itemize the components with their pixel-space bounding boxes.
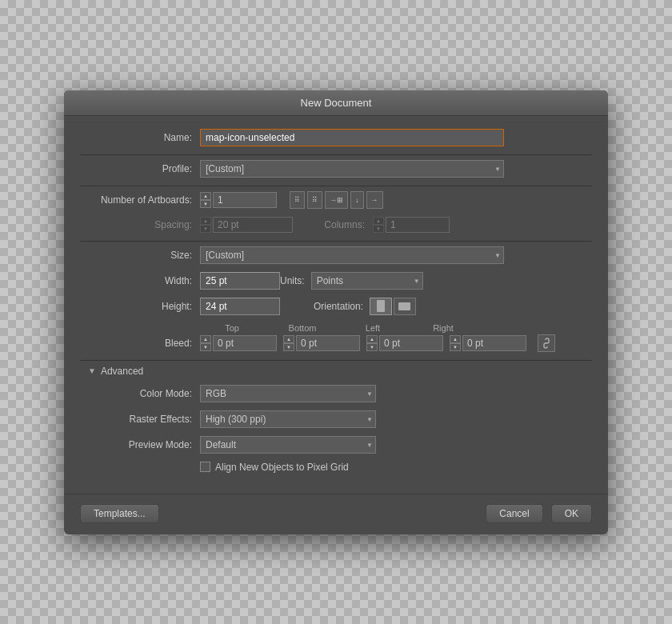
- bleed-bottom-header: Bottom: [270, 323, 334, 333]
- artboards-input[interactable]: [213, 192, 277, 208]
- bleed-link-icon[interactable]: [538, 334, 555, 352]
- footer-right-buttons: Cancel OK: [486, 504, 592, 523]
- orientation-icons: [370, 298, 416, 315]
- height-input[interactable]: [200, 298, 280, 315]
- bleed-right-spinner: ▲ ▼: [450, 335, 526, 351]
- new-document-dialog: New Document Name: Profile: [Custom] ▼ N…: [64, 90, 608, 534]
- bleed-top-header: Top: [200, 323, 264, 333]
- bleed-right-input[interactable]: [462, 335, 526, 351]
- artboards-increment-btn[interactable]: ▲: [200, 192, 211, 200]
- arrange-down-icon[interactable]: ↓: [350, 191, 364, 209]
- profile-label: Profile:: [80, 163, 200, 174]
- color-mode-row: Color Mode: RGB ▼: [80, 385, 592, 402]
- units-dropdown[interactable]: Points: [311, 272, 423, 290]
- divider-4: [80, 360, 592, 361]
- profile-row: Profile: [Custom] ▼: [80, 160, 592, 178]
- raster-effects-row: Raster Effects: High (300 ppi) ▼: [80, 410, 592, 428]
- bleed-bottom-increment-btn[interactable]: ▲: [283, 335, 294, 343]
- bleed-bottom-buttons: ▲ ▼: [283, 335, 294, 351]
- bleed-row: Bleed: ▲ ▼ ▲ ▼: [80, 334, 592, 352]
- bleed-right-increment-btn[interactable]: ▲: [450, 335, 461, 343]
- ok-button[interactable]: OK: [551, 504, 592, 523]
- bleed-bottom-decrement-btn[interactable]: ▼: [283, 343, 294, 351]
- bleed-right-decrement-btn[interactable]: ▼: [450, 343, 461, 351]
- columns-input[interactable]: [386, 217, 450, 233]
- width-label: Width:: [80, 275, 200, 286]
- preview-mode-dropdown[interactable]: Default: [200, 436, 376, 454]
- grid-by-row-icon[interactable]: ⠿: [290, 191, 305, 209]
- units-label: Units:: [280, 275, 305, 286]
- dialog-footer: Templates... Cancel OK: [64, 494, 608, 534]
- artboards-spinner: ▲ ▼: [200, 192, 277, 208]
- bleed-bottom-spinner: ▲ ▼: [283, 335, 360, 351]
- bleed-bottom-input[interactable]: [296, 335, 360, 351]
- divider-2: [80, 186, 592, 186]
- divider-1: [80, 154, 592, 155]
- bleed-fields: ▲ ▼ ▲ ▼ ▲ ▼: [200, 334, 555, 352]
- grid-by-col-icon[interactable]: ⠿: [307, 191, 322, 209]
- columns-spinner-buttons: ▲ ▼: [373, 217, 384, 233]
- bleed-left-header: Left: [341, 323, 405, 333]
- color-mode-label: Color Mode:: [80, 388, 200, 399]
- spacing-input[interactable]: [213, 217, 293, 233]
- arrange-by-row-icon[interactable]: →⊞: [325, 191, 348, 209]
- preview-mode-row: Preview Mode: Default ▼: [80, 436, 592, 454]
- artboards-decrement-btn[interactable]: ▼: [200, 200, 211, 208]
- bleed-right-buttons: ▲ ▼: [450, 335, 461, 351]
- size-dropdown[interactable]: [Custom]: [200, 246, 504, 264]
- orientation-label: Orientation:: [314, 301, 363, 312]
- columns-label: Columns:: [293, 219, 373, 230]
- divider-3: [80, 241, 592, 242]
- color-mode-dropdown[interactable]: RGB: [200, 385, 376, 402]
- spacing-label: Spacing:: [80, 219, 200, 230]
- pixel-grid-row: Align New Objects to Pixel Grid: [200, 462, 592, 473]
- size-label: Size:: [80, 250, 200, 261]
- templates-button[interactable]: Templates...: [80, 504, 159, 523]
- columns-spinner: ▲ ▼: [373, 217, 450, 233]
- bleed-top-increment-btn[interactable]: ▲: [200, 335, 211, 343]
- bleed-top-spinner: ▲ ▼: [200, 335, 277, 351]
- raster-effects-label: Raster Effects:: [80, 414, 200, 425]
- artboard-layout-icons: ⠿ ⠿ →⊞ ↓ →: [290, 191, 383, 209]
- columns-decrement-btn[interactable]: ▼: [373, 225, 384, 233]
- bleed-left-increment-btn[interactable]: ▲: [366, 335, 378, 343]
- arrange-right-icon[interactable]: →: [366, 191, 383, 209]
- svg-rect-0: [377, 300, 385, 312]
- artboards-label: Number of Artboards:: [80, 194, 200, 206]
- advanced-label: Advanced: [101, 366, 143, 377]
- svg-rect-1: [398, 302, 410, 310]
- height-orientation-row: Height: Orientation:: [80, 298, 592, 315]
- columns-increment-btn[interactable]: ▲: [373, 217, 384, 225]
- pixel-grid-checkbox[interactable]: [200, 462, 210, 472]
- bleed-left-buttons: ▲ ▼: [366, 335, 378, 351]
- artboards-row: Number of Artboards: ▲ ▼ ⠿ ⠿ →⊞ ↓ →: [80, 191, 592, 209]
- pixel-grid-label: Align New Objects to Pixel Grid: [215, 462, 349, 473]
- width-units-row: Width: Units: Points ▼: [80, 272, 592, 290]
- artboards-spinner-buttons: ▲ ▼: [200, 192, 211, 208]
- raster-effects-dropdown[interactable]: High (300 ppi): [200, 410, 376, 428]
- name-input[interactable]: [200, 129, 504, 146]
- spacing-decrement-btn[interactable]: ▼: [200, 225, 211, 233]
- bleed-top-decrement-btn[interactable]: ▼: [200, 343, 211, 351]
- profile-dropdown[interactable]: [Custom]: [200, 160, 504, 178]
- bleed-right-header: Right: [411, 323, 475, 333]
- landscape-orientation-btn[interactable]: [394, 298, 416, 315]
- advanced-toggle-arrow-icon: ▼: [88, 366, 96, 375]
- advanced-section: ▼ Advanced Color Mode: RGB ▼ Raster Effe…: [80, 366, 592, 473]
- bleed-headers: Top Bottom Left Right: [200, 323, 592, 333]
- height-label: Height:: [80, 301, 200, 312]
- bleed-top-buttons: ▲ ▼: [200, 335, 211, 351]
- cancel-button[interactable]: Cancel: [486, 504, 542, 523]
- bleed-top-input[interactable]: [213, 335, 277, 351]
- spacing-increment-btn[interactable]: ▲: [200, 217, 211, 225]
- portrait-orientation-btn[interactable]: [370, 298, 392, 315]
- bleed-left-spinner: ▲ ▼: [366, 335, 443, 351]
- size-row: Size: [Custom] ▼: [80, 246, 592, 264]
- bleed-left-input[interactable]: [379, 335, 443, 351]
- spacing-spinner-buttons: ▲ ▼: [200, 217, 211, 233]
- width-input[interactable]: [200, 272, 280, 290]
- bleed-left-decrement-btn[interactable]: ▼: [366, 343, 378, 351]
- spacing-spinner: ▲ ▼: [200, 217, 293, 233]
- spacing-row: Spacing: ▲ ▼ Columns: ▲ ▼: [80, 217, 592, 233]
- advanced-toggle-btn[interactable]: ▼ Advanced: [80, 366, 592, 377]
